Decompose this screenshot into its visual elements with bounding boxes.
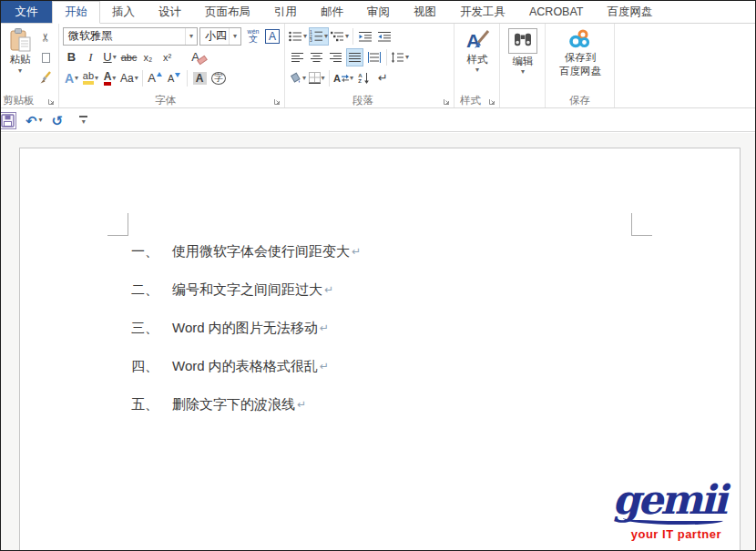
justify-icon — [349, 52, 362, 63]
enclose-characters-button[interactable]: 字 — [210, 69, 228, 87]
numbering-button[interactable]: 123 ▾ — [309, 27, 329, 46]
chevron-down-icon: ▾ — [39, 117, 43, 124]
save-to-baidu-button[interactable]: 保存到 百度网盘 — [549, 26, 611, 78]
superscript-button[interactable]: x² — [158, 48, 176, 66]
tab-references[interactable]: 引用 — [262, 1, 309, 23]
justify-button[interactable] — [346, 48, 363, 66]
borders-button[interactable]: ▾ — [308, 69, 325, 87]
document-area: 一、 使用微软字体会使行间距变大 ↵ 二、 编号和文字之间间距过大 ↵ 三、 W… — [1, 133, 755, 550]
tab-file[interactable]: 文件 — [1, 1, 52, 23]
group-styles: A 样式 ▾ 样式 — [455, 24, 500, 107]
bold-button[interactable]: B — [63, 48, 80, 66]
tab-view[interactable]: 视图 — [402, 1, 448, 23]
font-size-value: 小四 — [205, 28, 227, 44]
bullets-button[interactable]: ▾ — [289, 27, 307, 46]
copy-button[interactable] — [37, 48, 55, 66]
shading-button[interactable]: ▾ — [289, 69, 306, 87]
undo-button[interactable]: ↶ ▾ — [26, 114, 43, 128]
list-item[interactable]: 三、 Word 内的图片无法移动 ↵ — [131, 320, 685, 358]
multilevel-list-icon — [331, 31, 344, 42]
line-spacing-button[interactable]: ▾ — [391, 48, 409, 66]
multilevel-list-button[interactable]: ▾ — [331, 27, 349, 46]
shrink-font-button[interactable]: A — [166, 69, 183, 87]
character-border-button[interactable]: A — [265, 29, 280, 44]
cut-button[interactable]: ✂ — [37, 28, 55, 46]
distributed-icon — [368, 52, 381, 63]
edit-button[interactable]: 编辑 ▾ — [504, 26, 542, 76]
paragraph-dialog-launcher-icon[interactable] — [443, 97, 451, 106]
list-item[interactable]: 四、 Word 内的表格格式很乱 ↵ — [131, 358, 685, 396]
paragraph-end-mark: ↵ — [320, 321, 329, 334]
sort-button[interactable]: AZ — [355, 69, 373, 87]
tab-review[interactable]: 审阅 — [355, 1, 402, 23]
list-item[interactable]: 一、 使用微软字体会使行间距变大 ↵ — [131, 243, 685, 281]
baidu-netdisk-icon — [567, 28, 593, 50]
underline-button[interactable]: U▾ — [101, 48, 118, 66]
tab-baidu-netdisk[interactable]: 百度网盘 — [596, 1, 665, 23]
strikethrough-button[interactable]: abc — [120, 48, 138, 66]
show-hide-marks-button[interactable]: ↵ — [374, 69, 392, 87]
text-effects-button[interactable]: A▾ — [63, 69, 80, 87]
grow-font-button[interactable]: A — [147, 69, 164, 87]
align-right-button[interactable] — [327, 48, 344, 66]
font-dialog-launcher-icon[interactable] — [273, 97, 281, 106]
tab-page-layout[interactable]: 页面布局 — [193, 1, 262, 23]
align-left-button[interactable] — [289, 48, 306, 66]
decrease-indent-button[interactable] — [357, 27, 374, 46]
tab-mailings[interactable]: 邮件 — [309, 1, 355, 23]
svg-text:3: 3 — [310, 37, 312, 42]
styles-button[interactable]: A 样式 ▾ — [458, 26, 496, 74]
text-highlight-button[interactable]: ab▾ — [82, 69, 99, 87]
format-painter-icon — [40, 71, 53, 84]
borders-icon — [309, 72, 321, 84]
italic-button[interactable]: I — [82, 48, 99, 66]
save-button[interactable] — [0, 112, 16, 129]
align-left-icon — [291, 52, 304, 63]
paste-button[interactable]: 粘贴 ▾ — [5, 26, 36, 87]
redo-button[interactable]: ↺ — [52, 114, 64, 128]
redo-icon: ↺ — [52, 114, 64, 128]
triangle-up-icon — [157, 72, 162, 77]
group-save: 保存到 百度网盘 保存 — [546, 24, 615, 107]
document-page[interactable]: 一、 使用微软字体会使行间距变大 ↵ 二、 编号和文字之间间距过大 ↵ 三、 W… — [19, 148, 741, 551]
triangle-down-icon — [175, 73, 180, 77]
divider — [187, 70, 188, 87]
tab-developer[interactable]: 开发工具 — [448, 1, 517, 23]
distributed-button[interactable] — [365, 48, 383, 66]
paragraph-end-mark: ↵ — [324, 283, 333, 296]
tab-acrobat[interactable]: ACROBAT — [517, 1, 596, 23]
clipboard-dialog-launcher-icon[interactable] — [47, 97, 56, 106]
ribbon: 粘贴 ▾ ✂ 剪贴板 — [1, 24, 755, 108]
styles-dialog-launcher-icon[interactable] — [488, 97, 496, 106]
list-item[interactable]: 五、 删除文字下的波浪线 ↵ — [131, 396, 685, 434]
chevron-down-icon: ▾ — [189, 33, 193, 40]
phonetic-guide-button[interactable]: wén 文 — [243, 28, 263, 44]
format-painter-button[interactable] — [37, 68, 55, 87]
font-group-label: 字体 — [59, 95, 271, 107]
gemii-logo: gemii your IT partner — [612, 482, 725, 541]
font-size-combo[interactable]: 小四 ▾ — [199, 27, 241, 46]
clear-formatting-button[interactable]: A — [190, 48, 208, 66]
edit-group-label — [500, 95, 545, 107]
tab-design[interactable]: 设计 — [147, 1, 193, 23]
character-shading-button[interactable]: A — [191, 69, 209, 87]
increase-indent-button[interactable] — [376, 27, 393, 46]
font-color-button[interactable]: A▾ — [101, 69, 118, 87]
customize-qat-button[interactable]: ▾ — [79, 116, 87, 126]
change-case-button[interactable]: Aa▾ — [120, 69, 138, 87]
scissors-icon: ✂ — [40, 33, 53, 42]
align-right-icon — [330, 52, 342, 63]
font-name-combo[interactable]: 微软雅黑 ▾ — [63, 27, 198, 46]
decrease-indent-icon — [359, 31, 373, 42]
tab-home[interactable]: 开始 — [52, 1, 100, 24]
paragraph-end-mark: ↵ — [297, 398, 306, 411]
save-group-label: 保存 — [546, 95, 614, 107]
margin-mark-left — [107, 213, 128, 236]
tab-insert[interactable]: 插入 — [100, 1, 147, 23]
subscript-button[interactable]: x₂ — [139, 48, 157, 66]
asian-layout-button[interactable]: A ▾ — [333, 69, 353, 87]
group-clipboard: 粘贴 ▾ ✂ 剪贴板 — [1, 24, 59, 107]
numbered-list-icon: 123 — [310, 30, 323, 42]
align-center-button[interactable] — [308, 48, 325, 66]
list-item[interactable]: 二、 编号和文字之间间距过大 ↵ — [131, 281, 685, 320]
